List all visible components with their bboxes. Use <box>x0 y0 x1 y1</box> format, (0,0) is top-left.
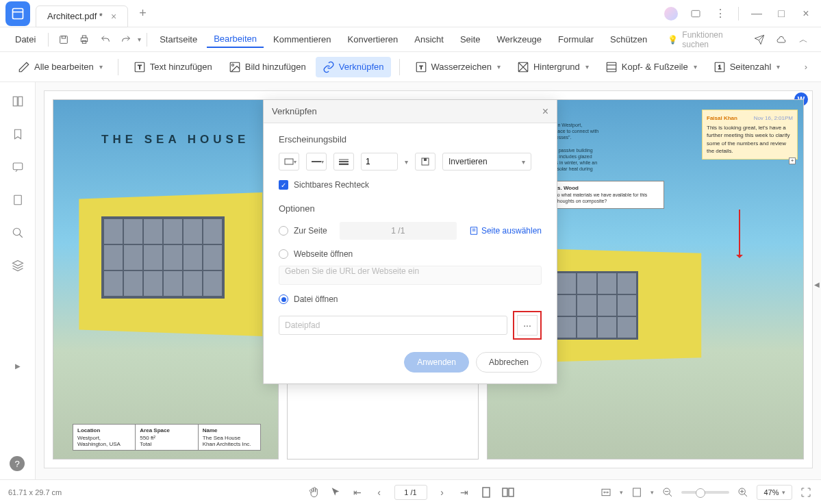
url-input[interactable]: Geben Sie die URL der Webseite ein <box>279 266 542 285</box>
search-functions[interactable]: 💡 Funktionen suchen <box>668 30 747 49</box>
tab-close-icon[interactable]: × <box>111 11 116 22</box>
menu-form[interactable]: Formular <box>551 32 601 47</box>
browse-file-button[interactable]: ··· <box>517 315 538 336</box>
line-dash-dropdown[interactable] <box>306 153 327 171</box>
select-tool-icon[interactable] <box>329 486 342 499</box>
line-weight-button[interactable] <box>333 153 354 171</box>
menu-protect[interactable]: Schützen <box>603 32 654 47</box>
prev-page-icon[interactable]: ‹ <box>372 486 386 499</box>
titlebar: Architect.pdf * × + ⋮ — □ × <box>0 0 821 27</box>
undo-icon[interactable] <box>96 30 114 49</box>
zoom-slider[interactable] <box>681 491 729 494</box>
add-text-button[interactable]: T Text hinzufügen <box>127 57 219 77</box>
dialog-close-icon[interactable]: × <box>542 105 548 118</box>
page-number-input[interactable]: 1 /1 <box>340 222 457 240</box>
zoom-out-icon[interactable] <box>661 486 674 499</box>
menu-edit[interactable]: Bearbeiten <box>207 31 264 48</box>
double-page-icon[interactable] <box>501 486 515 499</box>
text-icon: T <box>134 61 146 73</box>
menu-tools[interactable]: Werkzeuge <box>490 32 549 47</box>
thumbnails-icon[interactable] <box>10 93 26 110</box>
svg-rect-36 <box>503 488 507 496</box>
cloud-icon[interactable] <box>772 30 791 49</box>
thickness-input[interactable] <box>361 153 398 171</box>
menu-view[interactable]: Ansicht <box>407 32 451 47</box>
zoom-in-icon[interactable] <box>736 486 750 499</box>
highlight-style-select[interactable]: Invertieren ▾ <box>442 153 531 171</box>
document-tab[interactable]: Architect.pdf * × <box>36 5 128 27</box>
right-panel-expand-icon[interactable]: ◀ <box>814 281 820 288</box>
attachment-icon[interactable] <box>10 192 26 208</box>
cancel-button[interactable]: Abbrechen <box>476 352 542 373</box>
comment-note[interactable]: Faisal Khan Nov 16, 2:01PM This is looki… <box>702 110 798 160</box>
line-style-dropdown[interactable] <box>279 153 299 171</box>
first-page-icon[interactable]: ⇤ <box>351 486 364 499</box>
single-page-icon[interactable] <box>479 486 493 499</box>
print-icon[interactable] <box>75 30 93 49</box>
fullscreen-icon[interactable] <box>799 486 813 499</box>
bookmark-icon[interactable] <box>10 126 26 142</box>
link-button[interactable]: Verknüpfen <box>316 57 391 77</box>
svg-rect-26 <box>285 159 293 164</box>
menu-page[interactable]: Seite <box>453 32 488 47</box>
collapse-icon[interactable]: ︿ <box>794 30 813 49</box>
house-illustration <box>67 168 266 360</box>
watermark-button[interactable]: T Wasserzeichen ▾ <box>408 57 507 77</box>
menu-home[interactable]: Startseite <box>153 32 204 47</box>
close-window-icon[interactable]: × <box>796 4 816 23</box>
svg-rect-3 <box>60 36 67 43</box>
select-page-button[interactable]: Seite auswählen <box>469 226 542 236</box>
maximize-icon[interactable]: □ <box>772 4 791 23</box>
left-rail: ▶ <box>0 82 36 479</box>
page-number-button[interactable]: 1 Seitenzahl ▾ <box>707 57 787 77</box>
file-path-input[interactable]: Dateipfad <box>279 316 507 335</box>
open-web-radio[interactable] <box>279 249 288 259</box>
open-file-radio[interactable] <box>279 294 288 304</box>
user-avatar-icon[interactable] <box>661 4 681 23</box>
svg-rect-7 <box>82 40 86 43</box>
visible-rect-checkbox[interactable]: ✓ <box>279 180 288 190</box>
new-tab-button[interactable]: + <box>134 3 152 23</box>
menubar: Datei ▾ Startseite Bearbeiten Kommentier… <box>0 27 821 52</box>
menu-comment[interactable]: Kommentieren <box>266 32 338 47</box>
menu-file[interactable]: Datei <box>8 32 42 47</box>
rail-expand-icon[interactable]: ▶ <box>15 362 21 370</box>
header-footer-button[interactable]: Kopf- & Fußzeile ▾ <box>598 57 704 77</box>
dialog-titlebar: Verknüpfen × <box>264 100 557 123</box>
chevron-down-icon: ▾ <box>585 63 589 71</box>
comment-resize-handle[interactable]: + <box>789 158 796 164</box>
svg-line-25 <box>19 234 23 238</box>
edit-all-button[interactable]: Alle bearbeiten ▾ <box>11 57 110 77</box>
arrow-annotation[interactable] <box>739 210 740 257</box>
page-dimensions: 61.71 x 29.7 cm <box>8 488 62 496</box>
save-icon[interactable] <box>54 30 72 49</box>
to-page-radio[interactable] <box>279 226 288 236</box>
hand-tool-icon[interactable] <box>307 486 320 499</box>
zoom-value[interactable]: 47%▾ <box>757 485 792 500</box>
app-logo[interactable] <box>5 1 30 26</box>
help-button[interactable]: ? <box>10 456 25 471</box>
menu-convert[interactable]: Konvertieren <box>341 32 405 47</box>
minimize-icon[interactable]: — <box>747 4 766 23</box>
message-icon[interactable] <box>686 4 705 23</box>
layers-icon[interactable] <box>10 257 26 274</box>
page-indicator[interactable]: 1 /1 <box>394 485 427 500</box>
svg-rect-35 <box>483 488 490 497</box>
add-image-button[interactable]: Bild hinzufügen <box>222 57 313 77</box>
svg-point-11 <box>231 64 233 66</box>
apply-button[interactable]: Anwenden <box>404 352 469 373</box>
last-page-icon[interactable]: ⇥ <box>457 486 471 499</box>
toolbar-scroll-right-icon[interactable]: › <box>802 59 810 75</box>
fit-width-icon[interactable] <box>599 486 613 499</box>
page-title: THE SEA HOUSE <box>101 133 249 147</box>
search-panel-icon[interactable] <box>10 225 26 241</box>
comment-panel-icon[interactable] <box>10 159 26 175</box>
next-page-icon[interactable]: › <box>435 486 449 499</box>
kebab-menu-icon[interactable]: ⋮ <box>711 4 730 23</box>
color-picker-button[interactable] <box>415 153 435 171</box>
background-button[interactable]: Hintergrund ▾ <box>510 57 596 77</box>
link-dialog: Verknüpfen × Erscheinungsbild ▾ Invertie… <box>263 99 557 384</box>
redo-icon[interactable] <box>117 30 135 49</box>
fit-page-icon[interactable] <box>630 486 644 499</box>
send-icon[interactable] <box>750 30 769 49</box>
